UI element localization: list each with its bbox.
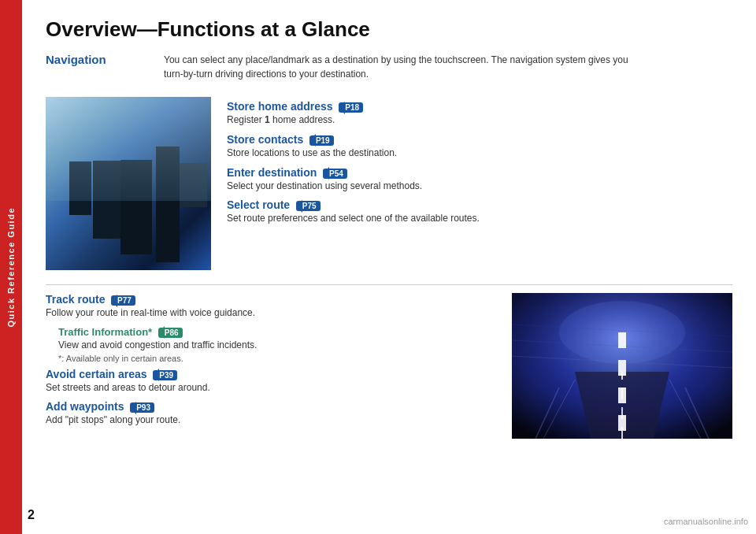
navigation-description: You can select any place/landmark as a d… (164, 53, 628, 81)
item-enter-destination-desc: Select your destination using several me… (227, 180, 732, 193)
item-traffic-info-heading: Traffic Information* (58, 326, 152, 338)
sidebar: Quick Reference Guide (0, 0, 22, 534)
item-add-waypoints-desc: Add "pit stops" along your route. (46, 413, 496, 427)
item-store-home-desc: Register 1 home address. (227, 113, 732, 127)
item-select-route-heading: Select route (227, 198, 290, 211)
page-title: Overview—Functions at a Glance (46, 17, 732, 42)
top-section: Store home address P18 Register 1 home a… (46, 97, 732, 270)
item-store-home-heading: Store home address (227, 100, 333, 113)
divider (46, 284, 732, 285)
item-track-route: Track route P77 Follow your route in rea… (46, 293, 496, 320)
building-image (46, 97, 211, 270)
svg-marker-2 (575, 372, 669, 439)
item-avoid-areas: Avoid certain areas P39 Set streets and … (46, 368, 496, 395)
item-store-contacts: Store contacts P19 Store locations to us… (227, 133, 732, 160)
item-add-waypoints-heading: Add waypoints (46, 400, 124, 413)
item-select-route-ref[interactable]: P75 (296, 201, 321, 211)
item-store-contacts-heading: Store contacts (227, 133, 303, 146)
item-add-waypoints-ref[interactable]: P93 (130, 402, 154, 413)
sidebar-label: Quick Reference Guide (6, 207, 16, 328)
item-select-route: Select route P75 Set route preferences a… (227, 198, 732, 225)
item-traffic-info: Traffic Information* P86 View and avoid … (58, 326, 496, 363)
item-enter-destination-ref[interactable]: P54 (323, 169, 347, 179)
road-svg (512, 293, 732, 439)
page-number: 2 (28, 508, 35, 522)
watermark: carmanualsonline.info (664, 517, 748, 526)
item-select-route-desc: Set route preferences and select one of … (227, 212, 732, 225)
item-store-contacts-ref[interactable]: P19 (309, 135, 334, 146)
item-traffic-info-ref[interactable]: P86 (158, 328, 183, 338)
item-avoid-areas-desc: Set streets and areas to detour around. (46, 381, 496, 395)
road-image (512, 293, 732, 439)
item-enter-destination: Enter destination P54 Select your destin… (227, 166, 732, 193)
item-traffic-info-desc: View and avoid congestion and traffic in… (58, 339, 496, 352)
main-content: Overview—Functions at a Glance Navigatio… (22, 0, 756, 534)
bottom-left: Track route P77 Follow your route in rea… (46, 293, 496, 439)
item-store-home-ref[interactable]: P18 (339, 102, 363, 113)
item-add-waypoints: Add waypoints P93 Add "pit stops" along … (46, 400, 496, 427)
item-track-route-desc: Follow your route in real-time with voic… (46, 306, 496, 320)
item-store-contacts-desc: Store locations to use as the destinatio… (227, 146, 732, 160)
navigation-heading: Navigation (46, 53, 164, 66)
item-traffic-info-note: *: Available only in certain areas. (58, 354, 496, 363)
item-avoid-areas-ref[interactable]: P39 (153, 370, 177, 380)
item-track-route-ref[interactable]: P77 (111, 295, 135, 306)
item-enter-destination-heading: Enter destination (227, 166, 317, 179)
right-items: Store home address P18 Register 1 home a… (227, 97, 732, 270)
item-store-home: Store home address P18 Register 1 home a… (227, 100, 732, 127)
bottom-section: Track route P77 Follow your route in rea… (46, 293, 732, 439)
item-track-route-heading: Track route (46, 293, 105, 306)
item-avoid-areas-heading: Avoid certain areas (46, 368, 147, 380)
